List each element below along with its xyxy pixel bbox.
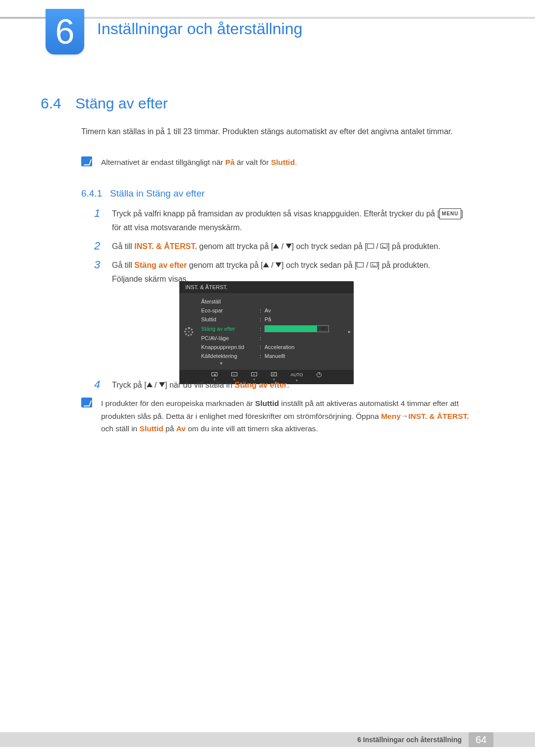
footer-label: 6 Inställningar och återställning <box>350 732 469 747</box>
step-4: 4 Tryck på [ / ] när du vill ställa in S… <box>94 378 471 392</box>
chapter-title: Inställningar och återställning <box>97 20 302 38</box>
step-2: 2 Gå till INST. & ÅTERST. genom att tryc… <box>94 240 471 253</box>
note-2: I produkter för den europeiska marknaden… <box>81 398 473 435</box>
osd-btn-back-icon: ◂ <box>212 372 217 376</box>
osd-scroll-down-icon: ▾ <box>198 360 345 368</box>
triangle-down-icon <box>159 382 165 387</box>
osd-row: PC/AV-läge: <box>198 334 345 343</box>
intro-paragraph: Timern kan ställas in på 1 till 23 timma… <box>81 125 473 138</box>
step-1: 1 Tryck på valfri knapp på framsidan av … <box>94 207 471 235</box>
osd-slider: 4h <box>265 325 329 332</box>
note-1: Alternativet är endast tillgängligt när … <box>81 156 473 169</box>
note-1-text: Alternativet är endast tillgängligt när … <box>101 156 297 169</box>
power-icon <box>317 372 321 377</box>
subsection-number: 6.4.1 <box>81 188 102 199</box>
osd-btn-minus-icon: − <box>231 372 237 376</box>
osd-row-active: Stäng av efter: 4h <box>198 324 345 334</box>
triangle-up-icon <box>263 262 269 267</box>
osd-row: Källdetektering:Manuellt <box>198 352 345 360</box>
page-number: 64 <box>469 732 493 747</box>
osd-row: Sluttid:På <box>198 315 345 324</box>
footer-bar: 6 Inställningar och återställning 64 <box>0 732 535 747</box>
gear-icon <box>184 327 193 336</box>
section-title: Stäng av efter <box>75 95 168 111</box>
note-icon <box>81 156 92 166</box>
return-icon <box>371 262 377 267</box>
osd-btn-enter-icon: ⏎ <box>271 372 277 376</box>
rect-icon <box>367 244 374 249</box>
chapter-tab: 6 <box>46 9 84 54</box>
osd-title: INST. & ÅTERST. <box>179 281 354 293</box>
triangle-up-icon <box>147 382 153 387</box>
rect-icon <box>357 262 364 267</box>
return-icon <box>380 244 387 249</box>
osd-list: Återställ Eco-spar:Av Sluttid:På Stäng a… <box>198 293 345 370</box>
subsection-title: Ställa in Stäng av efter <box>110 188 205 199</box>
section-heading: 6.4 Stäng av efter <box>41 95 168 112</box>
osd-row: Återställ <box>198 297 345 306</box>
osd-btn-plus-icon: + <box>251 372 257 376</box>
section-number: 6.4 <box>41 95 61 111</box>
osd-row: Knappupprepn.tid:Acceleration <box>198 343 345 352</box>
subsection-heading: 6.4.1 Ställa in Stäng av efter <box>81 188 205 199</box>
osd-row: Eco-spar:Av <box>198 306 345 315</box>
triangle-up-icon <box>273 244 279 249</box>
note-icon <box>81 398 92 407</box>
chapter-number: 6 <box>55 14 75 49</box>
triangle-down-icon <box>275 262 281 267</box>
note-2-text: I produkter för den europeiska marknaden… <box>101 398 473 435</box>
osd-nav-right-icon: ▸ <box>345 293 354 370</box>
osd-menu-screenshot: INST. & ÅTERST. Återställ Eco-spar:Av Sl… <box>179 281 354 384</box>
osd-btn-auto: AUTO <box>291 372 303 377</box>
osd-side-icon <box>179 293 198 370</box>
menu-button-icon: MENU <box>439 208 461 219</box>
steps-list: 1 Tryck på valfri knapp på framsidan av … <box>94 207 471 291</box>
triangle-down-icon <box>286 244 292 249</box>
